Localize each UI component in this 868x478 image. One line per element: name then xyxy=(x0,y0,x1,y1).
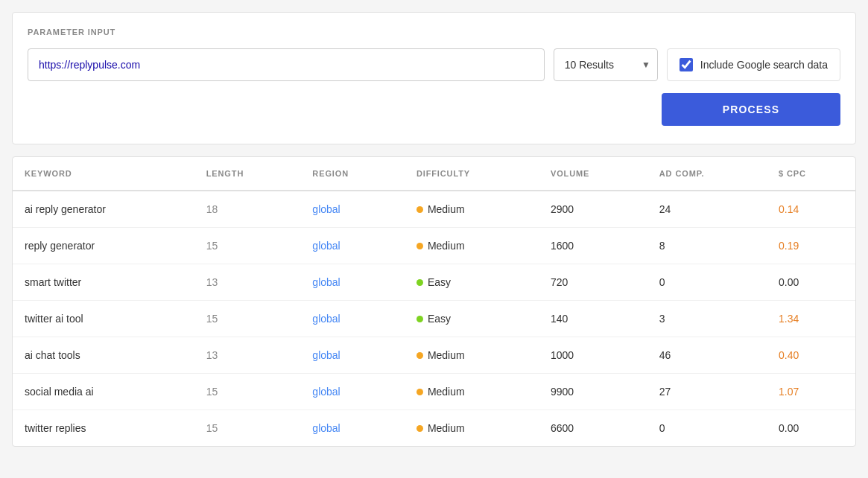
cell-difficulty: Medium xyxy=(405,410,539,447)
difficulty-label: Medium xyxy=(428,240,465,252)
cell-difficulty: Medium xyxy=(405,191,539,228)
results-select[interactable]: 5 Results 10 Results 20 Results 50 Resul… xyxy=(554,48,658,81)
process-row: PROCESS xyxy=(28,93,840,126)
cell-cpc: 0.00 xyxy=(767,410,855,447)
google-checkbox-wrapper: Include Google search data xyxy=(667,48,840,81)
cell-cpc: 0.19 xyxy=(767,228,855,264)
cell-keyword: smart twitter xyxy=(13,264,194,301)
cell-adcomp: 8 xyxy=(647,228,767,264)
cell-cpc: 0.40 xyxy=(767,337,855,374)
table-row: ai reply generator 18 global Medium 2900… xyxy=(13,191,855,228)
table-row: reply generator 15 global Medium 1600 8 … xyxy=(13,228,855,264)
table-row: twitter replies 15 global Medium 6600 0 … xyxy=(13,410,855,447)
process-button[interactable]: PROCESS xyxy=(662,93,840,126)
difficulty-label: Easy xyxy=(428,313,451,325)
cell-region: global xyxy=(300,410,405,447)
difficulty-dot xyxy=(416,206,423,213)
difficulty-dot xyxy=(416,279,423,286)
cell-adcomp: 0 xyxy=(647,264,767,301)
results-select-wrapper: 5 Results 10 Results 20 Results 50 Resul… xyxy=(554,48,658,81)
cell-length: 15 xyxy=(194,228,301,264)
param-section-title: PARAMETER INPUT xyxy=(28,28,840,36)
table-body: ai reply generator 18 global Medium 2900… xyxy=(13,191,855,446)
cell-volume: 6600 xyxy=(539,410,647,447)
cell-keyword: social media ai xyxy=(13,374,194,410)
cell-adcomp: 27 xyxy=(647,374,767,410)
cell-volume: 9900 xyxy=(539,374,647,410)
col-volume: VOLUME xyxy=(539,157,647,191)
difficulty-label: Medium xyxy=(428,422,465,434)
keywords-table: KEYWORD LENGTH REGION DIFFICULTY VOLUME … xyxy=(13,157,855,446)
table-row: ai chat tools 13 global Medium 1000 46 0… xyxy=(13,337,855,374)
cell-region: global xyxy=(300,228,405,264)
cell-length: 15 xyxy=(194,374,301,410)
param-section: PARAMETER INPUT 5 Results 10 Results 20 … xyxy=(12,12,856,144)
cell-adcomp: 3 xyxy=(647,301,767,337)
difficulty-label: Easy xyxy=(428,276,451,288)
cell-keyword: ai reply generator xyxy=(13,191,194,228)
table-row: social media ai 15 global Medium 9900 27… xyxy=(13,374,855,410)
cell-cpc: 0.00 xyxy=(767,264,855,301)
table-row: twitter ai tool 15 global Easy 140 3 1.3… xyxy=(13,301,855,337)
cell-cpc: 1.07 xyxy=(767,374,855,410)
cell-region: global xyxy=(300,337,405,374)
cell-volume: 720 xyxy=(539,264,647,301)
cell-keyword: ai chat tools xyxy=(13,337,194,374)
cell-length: 18 xyxy=(194,191,301,228)
difficulty-label: Medium xyxy=(428,386,465,398)
col-region: REGION xyxy=(300,157,405,191)
cell-volume: 140 xyxy=(539,301,647,337)
cell-volume: 2900 xyxy=(539,191,647,228)
table-header-row: KEYWORD LENGTH REGION DIFFICULTY VOLUME … xyxy=(13,157,855,191)
difficulty-label: Medium xyxy=(428,349,465,361)
cell-volume: 1000 xyxy=(539,337,647,374)
difficulty-dot xyxy=(416,425,423,432)
cell-difficulty: Easy xyxy=(405,301,539,337)
difficulty-label: Medium xyxy=(428,203,465,215)
difficulty-dot xyxy=(416,389,423,395)
cell-length: 15 xyxy=(194,410,301,447)
cell-cpc: 1.34 xyxy=(767,301,855,337)
difficulty-dot xyxy=(416,352,423,359)
cell-volume: 1600 xyxy=(539,228,647,264)
cell-difficulty: Medium xyxy=(405,337,539,374)
cell-length: 15 xyxy=(194,301,301,337)
cell-difficulty: Medium xyxy=(405,228,539,264)
cell-adcomp: 46 xyxy=(647,337,767,374)
cell-region: global xyxy=(300,301,405,337)
url-input[interactable] xyxy=(28,48,545,81)
cell-adcomp: 0 xyxy=(647,410,767,447)
cell-keyword: twitter ai tool xyxy=(13,301,194,337)
cell-cpc: 0.14 xyxy=(767,191,855,228)
param-row: 5 Results 10 Results 20 Results 50 Resul… xyxy=(28,48,840,81)
cell-adcomp: 24 xyxy=(647,191,767,228)
cell-difficulty: Easy xyxy=(405,264,539,301)
col-adcomp: AD COMP. xyxy=(647,157,767,191)
table-section: KEYWORD LENGTH REGION DIFFICULTY VOLUME … xyxy=(12,156,856,447)
cell-length: 13 xyxy=(194,264,301,301)
cell-region: global xyxy=(300,264,405,301)
col-length: LENGTH xyxy=(194,157,301,191)
col-keyword: KEYWORD xyxy=(13,157,194,191)
table-header: KEYWORD LENGTH REGION DIFFICULTY VOLUME … xyxy=(13,157,855,191)
cell-keyword: reply generator xyxy=(13,228,194,264)
col-difficulty: DIFFICULTY xyxy=(405,157,539,191)
cell-difficulty: Medium xyxy=(405,374,539,410)
cell-region: global xyxy=(300,374,405,410)
col-cpc: $ CPC xyxy=(767,157,855,191)
google-search-label[interactable]: Include Google search data xyxy=(700,59,828,71)
difficulty-dot xyxy=(416,316,423,322)
cell-region: global xyxy=(300,191,405,228)
cell-length: 13 xyxy=(194,337,301,374)
google-search-checkbox[interactable] xyxy=(679,58,693,71)
cell-keyword: twitter replies xyxy=(13,410,194,447)
difficulty-dot xyxy=(416,243,423,249)
table-row: smart twitter 13 global Easy 720 0 0.00 xyxy=(13,264,855,301)
